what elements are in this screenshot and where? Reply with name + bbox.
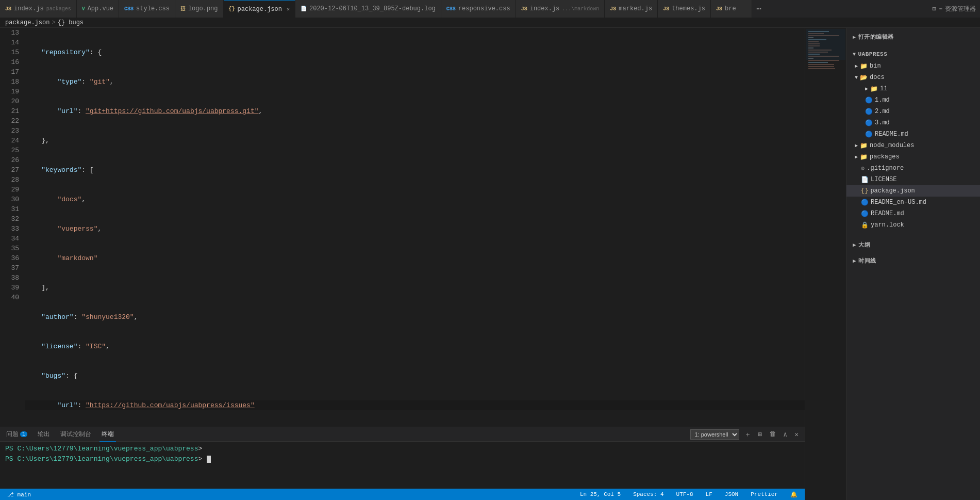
- tab-label: index.js: [14, 5, 44, 12]
- status-formatter[interactable]: Prettier: [748, 491, 781, 497]
- terminal-content: PS C:\Users\12779\learning\vuepress_app\…: [0, 442, 805, 489]
- sidebar-item-license[interactable]: 📄 LICENSE: [846, 174, 980, 185]
- tab-package-json[interactable]: {} package.json ✕: [224, 0, 295, 18]
- svg-rect-18: [808, 66, 834, 67]
- terminal-dropdown[interactable]: 1: powershell: [690, 429, 739, 440]
- sidebar-item-readme-en[interactable]: 🔵 README_en-US.md: [846, 197, 980, 208]
- sidebar-open-editors-section: ▶ 打开的编辑器: [846, 28, 980, 46]
- sidebar-item-gitignore[interactable]: ⚙ .gitignore: [846, 163, 980, 174]
- folder-collapsed-icon: ▶: [855, 154, 858, 160]
- tab-marked-js[interactable]: JS marked.js: [605, 0, 658, 18]
- code-line: "repository": {: [25, 47, 805, 57]
- status-encoding[interactable]: UTF-8: [673, 491, 696, 497]
- code-line: "author": "shunyue1320",: [25, 312, 805, 322]
- folder-icon: 📁: [870, 85, 878, 93]
- folder-icon: 📁: [860, 153, 868, 161]
- sidebar-timeline-section: ▶ 时间线: [846, 253, 980, 267]
- tab-label: package.json: [238, 6, 282, 13]
- md-icon: 🔵: [865, 131, 873, 138]
- status-notification[interactable]: 🔔: [787, 491, 801, 498]
- tab-style-css[interactable]: CSS style.css: [119, 0, 175, 18]
- sidebar-outline-section: ▶ 大纲: [846, 237, 980, 251]
- sidebar-uabpress-title[interactable]: ▼ UABPRESS: [846, 48, 980, 60]
- folder-collapsed-icon: ▶: [855, 63, 858, 69]
- terminal-tab-debug[interactable]: 调试控制台: [58, 427, 93, 442]
- minimap-svg: [806, 29, 845, 184]
- terminal-tab-output[interactable]: 输出: [36, 427, 52, 442]
- terminal-delete-button[interactable]: 🗑: [767, 429, 778, 439]
- tab-logo-png[interactable]: 🖼 logo.png: [175, 0, 224, 18]
- tab-label: logo.png: [188, 5, 218, 12]
- tab-label: responsive.css: [458, 5, 510, 12]
- tab-bar-right: ⊞ ⋯ 资源管理器: [933, 5, 980, 13]
- tab-label: style.css: [136, 5, 170, 12]
- json-icon: {}: [861, 187, 868, 195]
- tab-label: marked.js: [619, 5, 652, 12]
- sidebar-item-node-modules[interactable]: ▶ 📁 node_modules: [846, 140, 980, 151]
- close-icon[interactable]: ✕: [287, 6, 290, 12]
- code-line: "vueperss",: [25, 224, 805, 234]
- tab-label: themes.js: [672, 5, 705, 12]
- tab-responsive-css[interactable]: CSS responsive.css: [441, 0, 516, 18]
- breadcrumb-file[interactable]: package.json: [5, 19, 49, 26]
- editor: 1314151617 1819202122 2324252627 2829303…: [0, 28, 805, 500]
- resource-manager-label: 资源管理器: [945, 5, 976, 13]
- status-eol[interactable]: LF: [703, 491, 716, 497]
- terminal-line-2: PS C:\Users\12779\learning\vuepress_app\…: [5, 454, 800, 464]
- folder-open-icon: ▼: [855, 75, 858, 80]
- status-branch[interactable]: ⎇ main: [4, 491, 34, 498]
- code-line: "type": "git",: [25, 77, 805, 87]
- tab-label: index.js: [530, 5, 560, 12]
- sidebar-item-package-json[interactable]: {} package.json: [846, 185, 980, 197]
- terminal-close-button[interactable]: ✕: [792, 429, 801, 440]
- md-icon: 🔵: [865, 108, 873, 116]
- sidebar-item-readme-root[interactable]: 🔵 README.md: [846, 208, 980, 219]
- sidebar-item-bin[interactable]: ▶ 📁 bin: [846, 60, 980, 72]
- tab-bar-icon-split[interactable]: ⊞: [933, 5, 936, 13]
- terminal-area: 问题 1 输出 调试控制台 终端 1: powershell ＋ ⊞ 🗑 ∧ ✕: [0, 427, 805, 489]
- minimap: [805, 28, 846, 500]
- tab-more-button[interactable]: ⋯: [752, 4, 766, 14]
- terminal-tab-issues[interactable]: 问题 1: [4, 427, 29, 442]
- sidebar-item-docs[interactable]: ▼ 📂 docs: [846, 72, 980, 83]
- folder-open-icon: 📂: [860, 74, 868, 82]
- folder-icon: 📁: [860, 142, 868, 150]
- status-language[interactable]: JSON: [722, 491, 741, 497]
- code-line-25: "url": "https://github.com/uabjs/uabpres…: [25, 400, 805, 410]
- tab-bar-icon-more[interactable]: ⋯: [939, 5, 942, 13]
- status-position[interactable]: Ln 25, Col 5: [577, 491, 624, 497]
- code-line: "keywords": [: [25, 165, 805, 175]
- md-icon: 🔵: [861, 210, 869, 218]
- tab-app-vue[interactable]: V App.vue: [77, 0, 119, 18]
- tab-themes-js[interactable]: JS themes.js: [658, 0, 711, 18]
- sidebar-item-1md[interactable]: 🔵 1.md: [846, 94, 980, 106]
- tab-index-js-packages[interactable]: JS index.js packages: [0, 0, 77, 18]
- breadcrumb-section[interactable]: {} bugs: [58, 19, 84, 26]
- terminal-add-button[interactable]: ＋: [742, 429, 753, 440]
- config-icon: ⚙: [861, 165, 865, 172]
- code-content[interactable]: "repository": { "type": "git", "url": "g…: [23, 28, 805, 427]
- code-line: "bugs": {: [25, 371, 805, 381]
- terminal-tab-terminal[interactable]: 终端: [99, 427, 116, 442]
- terminal-up-button[interactable]: ∧: [781, 429, 789, 440]
- sidebar-item-11[interactable]: ▶ 📁 11: [846, 83, 980, 94]
- sidebar-item-2md[interactable]: 🔵 2.md: [846, 106, 980, 117]
- sidebar-outline-title[interactable]: ▶ 大纲: [846, 237, 980, 251]
- tab-index-js-markdown[interactable]: JS index.js ...\markdown: [516, 0, 605, 18]
- status-bar: ⎇ main Ln 25, Col 5 Spaces: 4 UTF-8 LF J…: [0, 489, 805, 500]
- code-line: },: [25, 136, 805, 146]
- terminal-tabs: 问题 1 输出 调试控制台 终端 1: powershell ＋ ⊞ 🗑 ∧ ✕: [0, 427, 805, 442]
- sidebar-uabpress-section: ▼ UABPRESS ▶ 📁 bin ▼ 📂 docs ▶ 📁 11: [846, 46, 980, 233]
- tab-bre[interactable]: JS bre: [711, 0, 752, 18]
- sidebar-item-yarn-lock[interactable]: 🔒 yarn.lock: [846, 219, 980, 231]
- sidebar-timeline-title[interactable]: ▶ 时间线: [846, 253, 980, 267]
- sidebar-item-packages[interactable]: ▶ 📁 packages: [846, 151, 980, 163]
- tab-debug-log[interactable]: 📄 2020-12-06T10_13_39_895Z-debug.log: [295, 0, 441, 18]
- status-spaces[interactable]: Spaces: 4: [630, 491, 667, 497]
- svg-rect-19: [808, 68, 835, 69]
- sidebar-item-readme-docs[interactable]: 🔵 README.md: [846, 128, 980, 140]
- sidebar-item-3md[interactable]: 🔵 3.md: [846, 117, 980, 128]
- terminal-split-button[interactable]: ⊞: [756, 429, 765, 440]
- sidebar-open-editors-title[interactable]: ▶ 打开的编辑器: [846, 30, 980, 44]
- svg-rect-15: [808, 60, 839, 61]
